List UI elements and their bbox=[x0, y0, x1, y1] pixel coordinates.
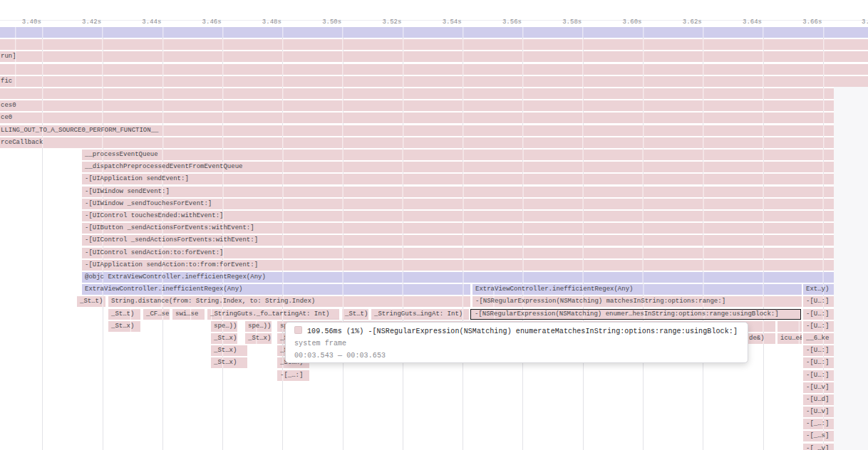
frame-bar[interactable]: _St…x) bbox=[211, 357, 247, 368]
frame-bar[interactable]: __6…ke bbox=[803, 333, 834, 344]
frame-bar[interactable] bbox=[0, 64, 868, 75]
frame-bar[interactable]: _St…t) bbox=[108, 309, 140, 320]
frame-bar[interactable]: String.distance(from: String.Index, to: … bbox=[108, 296, 470, 307]
frame-bar[interactable] bbox=[777, 321, 802, 332]
frame-bar[interactable]: de&) bbox=[745, 333, 775, 344]
tooltip-frame-kind: system frame bbox=[294, 338, 739, 350]
frame-bar[interactable]: -[UIControl sendAction:to:forEvent:] bbox=[82, 248, 834, 258]
frame-bar[interactable]: Ext…y) bbox=[803, 284, 834, 295]
time-tick-label: 3.50s bbox=[299, 18, 341, 26]
time-tick-label: 3.46s bbox=[179, 18, 222, 26]
frame-bar[interactable]: ExtraViewController.inefficientRegex(Any… bbox=[472, 284, 802, 295]
frame-bar[interactable]: _St…x) bbox=[245, 333, 272, 344]
frame-bar[interactable]: -[U…:] bbox=[803, 309, 834, 320]
frame-bar[interactable]: fic bbox=[0, 76, 868, 87]
frame-bar[interactable]: -[U…:] bbox=[803, 345, 834, 356]
frame-bar[interactable]: _StringGuts…ingAt: Int) bbox=[371, 309, 469, 320]
frame-bar[interactable]: -[U…:] bbox=[803, 357, 834, 368]
empty-track-area bbox=[834, 87, 868, 450]
tooltip: 109.56ms (1%) -[NSRegularExpression(NSMa… bbox=[285, 322, 748, 363]
frame-bar[interactable] bbox=[0, 27, 868, 38]
frame-bar[interactable]: -[UIApplication sendEvent:] bbox=[82, 174, 834, 184]
frame-color-swatch-icon bbox=[294, 326, 302, 334]
frame-bar[interactable]: _CF…se bbox=[143, 309, 170, 320]
tooltip-time-range: 00:03.543 — 00:03.653 bbox=[294, 350, 739, 362]
frame-bar[interactable]: _St…x) bbox=[211, 333, 237, 344]
frame-bar[interactable]: -[UIApplication sendAction:to:from:forEv… bbox=[82, 260, 834, 271]
frame-bar[interactable]: -[U…:] bbox=[803, 370, 834, 381]
frame-bar[interactable]: -[NSRegularExpression(NSMatching) matche… bbox=[472, 296, 802, 307]
time-tick-label: 3.64s bbox=[719, 18, 762, 26]
frame-bar[interactable]: spe…)) bbox=[211, 321, 237, 332]
frame-bar[interactable]: LLING_OUT_TO_A_SOURCE0_PERFORM_FUNCTION_… bbox=[0, 125, 834, 136]
time-tick-label: 3.52s bbox=[358, 18, 401, 26]
frame-bar[interactable]: ExtraViewController.inefficientRegex(Any… bbox=[82, 284, 470, 295]
frame-bar[interactable]: -[_…:] bbox=[277, 370, 309, 381]
frame-bar[interactable]: -[U…:] bbox=[803, 321, 834, 332]
time-tick-label: 3.62s bbox=[659, 18, 702, 26]
frame-bar[interactable]: __processEventQueue bbox=[82, 150, 834, 160]
frame-bar[interactable]: -[UIControl touchesEnded:withEvent:] bbox=[82, 211, 834, 221]
time-tick-label: 3.60s bbox=[599, 18, 642, 26]
frame-bar[interactable]: _St…t) bbox=[77, 296, 105, 307]
frame-bar[interactable]: -[UIWindow sendEvent:] bbox=[82, 187, 834, 197]
frame-bar[interactable]: spe…)) bbox=[245, 321, 272, 332]
frame-bar[interactable]: run] bbox=[0, 51, 868, 62]
time-tick-label: 3.54s bbox=[419, 18, 462, 26]
frame-bar[interactable]: rceCallback bbox=[0, 137, 834, 148]
time-tick-label: 3.58s bbox=[539, 18, 582, 26]
frame-bar[interactable]: icu…e&) bbox=[777, 333, 802, 344]
frame-bar[interactable]: swi…se bbox=[172, 309, 205, 320]
frame-bar[interactable]: -[_…v] bbox=[803, 444, 834, 450]
frame-bar[interactable]: ces0 bbox=[0, 100, 834, 111]
time-tick-label: 3.56s bbox=[479, 18, 522, 26]
frame-bar[interactable]: -[UIWindow _sendTouchesForEvent:] bbox=[82, 199, 834, 209]
tooltip-title-line: 109.56ms (1%) -[NSRegularExpression(NSMa… bbox=[294, 325, 739, 338]
time-tick-label: 3.44s bbox=[118, 18, 161, 26]
frame-bar[interactable] bbox=[0, 39, 868, 50]
frame-bar[interactable]: _St…t) bbox=[342, 309, 368, 320]
frame-bar[interactable]: _St…x) bbox=[211, 345, 247, 356]
frame-bar[interactable]: -[_…s] bbox=[803, 431, 834, 441]
frame-bar[interactable]: -[_…:] bbox=[803, 419, 834, 429]
frame-bar[interactable]: -[U…v] bbox=[803, 382, 834, 393]
frame-bar[interactable]: _St…x) bbox=[108, 321, 140, 332]
frame-bar[interactable]: ce0 bbox=[0, 112, 834, 123]
frame-bar[interactable]: -[U…v] bbox=[803, 407, 834, 417]
time-tick-label-partial: 3. bbox=[862, 18, 868, 26]
selected-frame-bar[interactable]: -[NSRegularExpression(NSMatching) enumer… bbox=[470, 309, 801, 320]
time-tick-label: 3.48s bbox=[239, 18, 281, 26]
time-tick-label: 3.40s bbox=[0, 18, 41, 26]
time-tick-label: 3.66s bbox=[779, 18, 822, 26]
frame-bar[interactable]: __dispatchPreprocessedEventFromEventQueu… bbox=[82, 162, 834, 172]
frame-bar[interactable]: -[UIControl _sendActionsForEvents:withEv… bbox=[82, 235, 834, 246]
frame-bar[interactable]: -[U…:] bbox=[803, 296, 834, 307]
tooltip-title: 109.56ms (1%) -[NSRegularExpression(NSMa… bbox=[307, 328, 738, 335]
frame-bar[interactable]: _StringGuts._fo…tartingAt: Int) bbox=[207, 309, 339, 320]
flame-chart[interactable]: 3.40s3.42s3.44s3.46s3.48s3.50s3.52s3.54s… bbox=[0, 0, 868, 450]
frame-bar[interactable]: @objc ExtraViewController.inefficientReg… bbox=[82, 272, 834, 283]
frame-bar[interactable]: -[U…d] bbox=[803, 394, 834, 405]
frame-bar[interactable] bbox=[0, 88, 834, 99]
frame-bar[interactable]: -[UIButton _sendActionsForEvents:withEve… bbox=[82, 223, 834, 234]
time-tick-label: 3.42s bbox=[58, 18, 101, 26]
